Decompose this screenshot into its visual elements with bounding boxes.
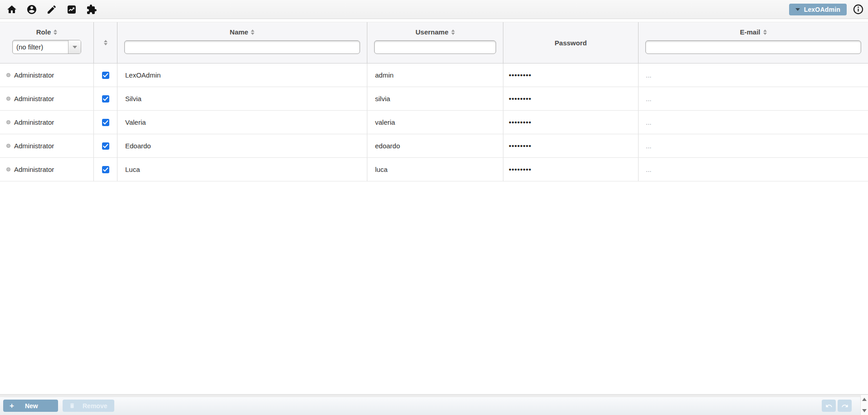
username-cell[interactable]: admin [367, 63, 503, 87]
username-cell[interactable]: valeria [367, 111, 503, 134]
password-cell[interactable]: •••••••• [503, 158, 639, 181]
chart-button[interactable] [65, 3, 78, 16]
info-icon [853, 4, 863, 15]
role-filter-dropdown-button[interactable] [68, 40, 81, 54]
role-filter-select[interactable]: (no filter) [12, 40, 81, 54]
trash-icon [69, 402, 75, 409]
password-cell[interactable]: •••••••• [503, 134, 639, 157]
table-row[interactable]: Administrator LexOAdmin admin •••••••• .… [0, 63, 868, 87]
password-mask: •••••••• [509, 118, 532, 126]
puzzle-icon [86, 4, 97, 15]
password-cell[interactable]: •••••••• [503, 87, 639, 110]
role-status-dot [6, 167, 10, 171]
chart-icon [66, 4, 77, 15]
info-button[interactable] [853, 4, 863, 15]
role-value: Administrator [14, 95, 54, 103]
undo-button[interactable] [822, 400, 836, 412]
role-value: Administrator [14, 118, 54, 126]
redo-button[interactable] [838, 400, 852, 412]
checkbox-cell [94, 158, 117, 181]
plugins-button[interactable] [85, 3, 98, 16]
new-button[interactable]: + New [3, 400, 58, 412]
email-cell[interactable]: ... [639, 111, 868, 134]
redo-icon [841, 402, 848, 410]
sort-icon-toggle[interactable] [104, 40, 107, 45]
users-button[interactable] [25, 3, 38, 16]
password-mask: •••••••• [509, 95, 532, 103]
username-filter-input[interactable] [374, 40, 496, 54]
email-value: ... [646, 118, 652, 126]
header-username[interactable]: Username [367, 22, 503, 63]
role-value: Administrator [14, 71, 54, 79]
name-cell[interactable]: Valeria [117, 111, 367, 134]
username-cell[interactable]: silvia [367, 87, 503, 110]
email-value: ... [646, 166, 652, 173]
scroll-down-arrow-icon[interactable] [862, 409, 867, 412]
row-checkbox[interactable] [102, 72, 109, 79]
checkbox-cell [94, 87, 117, 110]
username-column-label: Username [415, 28, 449, 36]
row-checkbox[interactable] [102, 142, 109, 150]
name-cell[interactable]: LexOAdmin [117, 63, 367, 87]
caret-down-icon [795, 8, 800, 11]
sort-icon-role[interactable] [54, 29, 57, 35]
header-password: Password [503, 22, 639, 63]
name-cell[interactable]: Silvia [117, 87, 367, 110]
password-column-label: Password [555, 39, 587, 47]
name-cell[interactable]: Luca [117, 158, 367, 181]
table-row[interactable]: Administrator Valeria valeria •••••••• .… [0, 111, 868, 134]
row-checkbox[interactable] [102, 166, 109, 173]
role-status-dot [6, 73, 10, 77]
email-value: ... [646, 142, 652, 150]
vertical-scrollbar[interactable] [860, 395, 868, 415]
users-table: Role (no filter) Name U [0, 22, 868, 181]
username-value: valeria [375, 118, 395, 126]
header-email[interactable]: E-mail [639, 22, 868, 63]
table-header: Role (no filter) Name U [0, 22, 868, 63]
home-button[interactable] [5, 3, 18, 16]
role-cell[interactable]: Administrator [0, 158, 94, 181]
user-menu-button[interactable]: LexOAdmin [789, 4, 847, 15]
password-cell[interactable]: •••••••• [503, 63, 639, 87]
sort-icon-email[interactable] [763, 29, 767, 35]
header-role[interactable]: Role (no filter) [0, 22, 94, 63]
username-cell[interactable]: luca [367, 158, 503, 181]
email-cell[interactable]: ... [639, 87, 868, 110]
email-cell[interactable]: ... [639, 63, 868, 87]
remove-button[interactable]: Remove [63, 400, 114, 412]
header-toggle[interactable] [94, 22, 117, 63]
row-checkbox[interactable] [102, 119, 109, 126]
table-row[interactable]: Administrator Silvia silvia •••••••• ... [0, 87, 868, 111]
sort-icon-name[interactable] [251, 29, 254, 35]
role-cell[interactable]: Administrator [0, 63, 94, 87]
email-cell[interactable]: ... [639, 134, 868, 157]
email-filter-input[interactable] [645, 40, 861, 54]
username-value: admin [375, 71, 394, 79]
new-button-label: New [25, 402, 38, 410]
name-value: Luca [125, 166, 140, 173]
sort-icon-username[interactable] [451, 29, 455, 35]
table-row[interactable]: Administrator Edoardo edoardo •••••••• .… [0, 134, 868, 158]
email-cell[interactable]: ... [639, 158, 868, 181]
pencil-icon [46, 4, 57, 15]
username-value: edoardo [375, 142, 400, 150]
bottom-toolbar: + New Remove [0, 394, 868, 415]
app-window: LexOAdmin Role (no filter) [0, 0, 868, 415]
name-filter-input[interactable] [124, 40, 360, 54]
row-checkbox[interactable] [102, 95, 109, 103]
dropdown-arrow-icon [73, 46, 77, 49]
name-cell[interactable]: Edoardo [117, 134, 367, 157]
role-cell[interactable]: Administrator [0, 134, 94, 157]
scroll-up-arrow-icon[interactable] [862, 398, 867, 401]
password-mask: •••••••• [509, 71, 532, 79]
edit-button[interactable] [45, 3, 58, 16]
table-row[interactable]: Administrator Luca luca •••••••• ... [0, 158, 868, 181]
username-cell[interactable]: edoardo [367, 134, 503, 157]
email-value: ... [646, 95, 652, 103]
checkbox-cell [94, 63, 117, 87]
user-menu-label: LexOAdmin [804, 6, 840, 13]
role-cell[interactable]: Administrator [0, 111, 94, 134]
role-cell[interactable]: Administrator [0, 87, 94, 110]
header-name[interactable]: Name [117, 22, 367, 63]
password-cell[interactable]: •••••••• [503, 111, 639, 134]
